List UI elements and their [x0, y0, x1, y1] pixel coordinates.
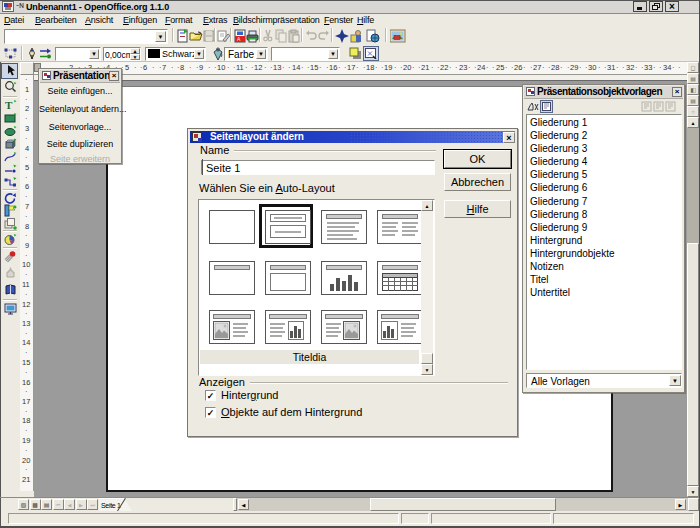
- svg-text:T: T: [5, 99, 13, 111]
